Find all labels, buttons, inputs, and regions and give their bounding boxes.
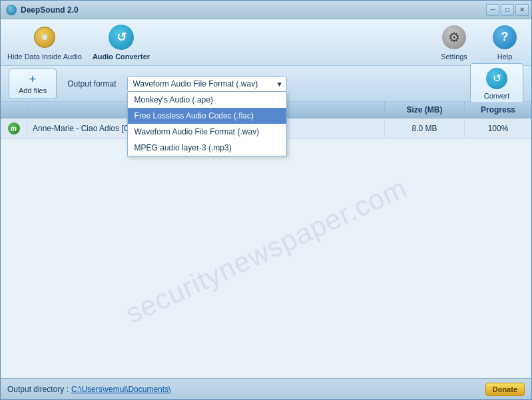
audio-converter-label: Audio Converter	[93, 53, 150, 61]
main-window: DeepSound 2.0 ─ □ ✕ Hide Data Inside Aud…	[0, 0, 532, 400]
minimize-button[interactable]: ─	[486, 4, 499, 16]
add-files-label: Add files	[19, 87, 47, 95]
app-title: DeepSound 2.0	[21, 5, 79, 15]
settings-icon: ⚙	[441, 25, 467, 50]
title-bar-left: DeepSound 2.0	[6, 5, 79, 15]
maximize-button[interactable]: □	[501, 4, 514, 16]
add-files-button[interactable]: + Add files	[9, 69, 57, 99]
dropdown-item-ape[interactable]: Monkey's Audio (.ape)	[128, 92, 286, 108]
col-header-progress: Progress	[465, 102, 531, 118]
convert-button[interactable]: ↺ Convert	[470, 63, 523, 104]
format-select-wrapper: Monkey's Audio (.ape) Free Lossless Audi…	[127, 76, 287, 92]
audio-converter-button[interactable]: Audio Converter	[93, 25, 150, 61]
output-format-label: Output format	[67, 79, 116, 89]
donate-button[interactable]: Donate	[485, 383, 525, 396]
app-icon	[6, 5, 17, 15]
hide-data-icon	[32, 25, 57, 50]
col-header-icon	[1, 102, 27, 118]
hide-data-label: Hide Data Inside Audio	[7, 53, 82, 61]
dropdown-item-mp3[interactable]: MPEG audio layer-3 (.mp3)	[128, 140, 286, 156]
help-button[interactable]: ? Help	[485, 25, 525, 61]
file-progress-cell: 100%	[465, 120, 531, 137]
toolbar-left: Hide Data Inside Audio Audio Converter	[7, 25, 150, 61]
dropdown-item-flac[interactable]: Free Lossless Audio Codec (.flac)	[128, 108, 286, 124]
dropdown-menu: Monkey's Audio (.ape) Free Lossless Audi…	[127, 92, 287, 156]
settings-label: Settings	[441, 53, 467, 61]
output-dir-path[interactable]: C:\Users\vemul\Documents\	[71, 385, 170, 394]
help-icon: ?	[492, 25, 517, 50]
convert-label: Convert	[484, 92, 510, 100]
dropdown-item-wav[interactable]: Waveform Audio File Format (.wav)	[128, 124, 286, 140]
format-select[interactable]: Monkey's Audio (.ape) Free Lossless Audi…	[127, 76, 287, 92]
output-dir-label: Output directory :	[7, 385, 69, 394]
convert-icon: ↺	[486, 68, 507, 89]
file-size-cell: 8.0 MB	[385, 120, 465, 137]
toolbar: Hide Data Inside Audio Audio Converter ⚙…	[1, 19, 531, 66]
add-plus-icon: +	[29, 73, 37, 85]
help-label: Help	[497, 53, 513, 61]
toolbar-right: ⚙ Settings ? Help	[434, 25, 525, 61]
audio-converter-icon	[109, 25, 134, 50]
action-bar: + Add files Output format Monkey's Audio…	[1, 66, 531, 102]
output-directory: Output directory : C:\Users\vemul\Docume…	[7, 385, 170, 394]
file-icon-cell: m	[1, 118, 27, 138]
status-bar: Output directory : C:\Users\vemul\Docume…	[1, 378, 531, 399]
settings-button[interactable]: ⚙ Settings	[434, 25, 474, 61]
hide-data-button[interactable]: Hide Data Inside Audio	[7, 25, 82, 61]
music-file-icon: m	[8, 122, 20, 134]
close-button[interactable]: ✕	[515, 4, 529, 16]
title-controls: ─ □ ✕	[486, 4, 529, 16]
title-bar: DeepSound 2.0 ─ □ ✕	[1, 1, 531, 19]
col-header-size: Size (MB)	[385, 102, 465, 118]
